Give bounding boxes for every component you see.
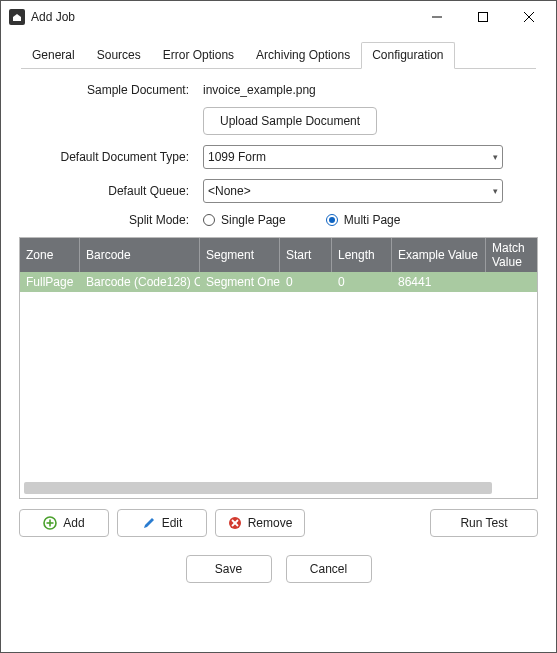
cell-example: 86441 — [392, 275, 486, 289]
tab-configuration[interactable]: Configuration — [361, 42, 454, 69]
scrollbar-thumb[interactable] — [24, 482, 492, 494]
col-match-value[interactable]: Match Value — [486, 238, 538, 272]
cell-length: 0 — [332, 275, 392, 289]
add-button[interactable]: Add — [19, 509, 109, 537]
default-document-type-select[interactable]: 1099 Form ▾ — [203, 145, 503, 169]
cell-zone: FullPage — [20, 275, 80, 289]
save-button[interactable]: Save — [186, 555, 272, 583]
default-queue-select[interactable]: <None> ▾ — [203, 179, 503, 203]
col-example-value[interactable]: Example Value — [392, 238, 486, 272]
dialog-button-row: Save Cancel — [15, 537, 542, 589]
col-barcode[interactable]: Barcode — [80, 238, 200, 272]
add-job-dialog: Add Job General Sources Error Options Ar… — [0, 0, 557, 653]
remove-button[interactable]: Remove — [215, 509, 305, 537]
segments-grid[interactable]: Zone Barcode Segment Start Length Exampl… — [19, 237, 538, 499]
run-test-button[interactable]: Run Test — [430, 509, 538, 537]
select-value: 1099 Form — [208, 150, 493, 164]
radio-icon — [203, 214, 215, 226]
radio-label: Single Page — [221, 213, 286, 227]
grid-button-row: Add Edit Remove Run Test — [19, 509, 538, 537]
window-title: Add Job — [31, 10, 75, 24]
app-icon — [9, 9, 25, 25]
label-default-queue: Default Queue: — [19, 184, 203, 198]
radio-label: Multi Page — [344, 213, 401, 227]
close-button[interactable] — [506, 2, 552, 32]
col-segment[interactable]: Segment — [200, 238, 280, 272]
tab-strip: General Sources Error Options Archiving … — [21, 41, 536, 69]
label-sample-document: Sample Document: — [19, 83, 203, 97]
tab-archiving-options[interactable]: Archiving Options — [245, 42, 361, 69]
col-start[interactable]: Start — [280, 238, 332, 272]
remove-icon — [228, 516, 242, 530]
edit-button[interactable]: Edit — [117, 509, 207, 537]
configuration-form: Sample Document: invoice_example.png Upl… — [15, 83, 542, 537]
minimize-button[interactable] — [414, 2, 460, 32]
pencil-icon — [142, 516, 156, 530]
maximize-button[interactable] — [460, 2, 506, 32]
radio-icon — [326, 214, 338, 226]
plus-icon — [43, 516, 57, 530]
cell-barcode: Barcode (Code128) One — [80, 275, 200, 289]
cancel-button[interactable]: Cancel — [286, 555, 372, 583]
button-label: Run Test — [460, 516, 507, 530]
table-row[interactable]: FullPage Barcode (Code128) One Segment O… — [20, 272, 538, 292]
tab-sources[interactable]: Sources — [86, 42, 152, 69]
label-default-doc-type: Default Document Type: — [19, 150, 203, 164]
select-value: <None> — [208, 184, 493, 198]
radio-single-page[interactable]: Single Page — [203, 213, 286, 227]
horizontal-scrollbar[interactable] — [24, 482, 533, 494]
cell-segment: Segment One — [200, 275, 280, 289]
row-sample-document: Sample Document: invoice_example.png — [19, 83, 538, 97]
radio-multi-page[interactable]: Multi Page — [326, 213, 401, 227]
window-controls — [414, 2, 552, 32]
chevron-down-icon: ▾ — [493, 152, 498, 162]
label-split-mode: Split Mode: — [19, 213, 203, 227]
button-label: Edit — [162, 516, 183, 530]
row-default-doc-type: Default Document Type: 1099 Form ▾ — [19, 145, 538, 169]
svg-rect-1 — [479, 13, 488, 22]
sample-document-filename: invoice_example.png — [203, 83, 316, 97]
row-default-queue: Default Queue: <None> ▾ — [19, 179, 538, 203]
button-label: Add — [63, 516, 84, 530]
chevron-down-icon: ▾ — [493, 186, 498, 196]
tab-general[interactable]: General — [21, 42, 86, 69]
col-zone[interactable]: Zone — [20, 238, 80, 272]
split-mode-radio-group: Single Page Multi Page — [203, 213, 538, 227]
button-label: Remove — [248, 516, 293, 530]
cell-start: 0 — [280, 275, 332, 289]
col-length[interactable]: Length — [332, 238, 392, 272]
row-upload: Upload Sample Document — [19, 107, 538, 135]
titlebar: Add Job — [1, 1, 556, 33]
dialog-content: General Sources Error Options Archiving … — [1, 33, 556, 652]
grid-header: Zone Barcode Segment Start Length Exampl… — [20, 238, 538, 272]
upload-sample-document-button[interactable]: Upload Sample Document — [203, 107, 377, 135]
row-split-mode: Split Mode: Single Page Multi Page — [19, 213, 538, 227]
tab-error-options[interactable]: Error Options — [152, 42, 245, 69]
